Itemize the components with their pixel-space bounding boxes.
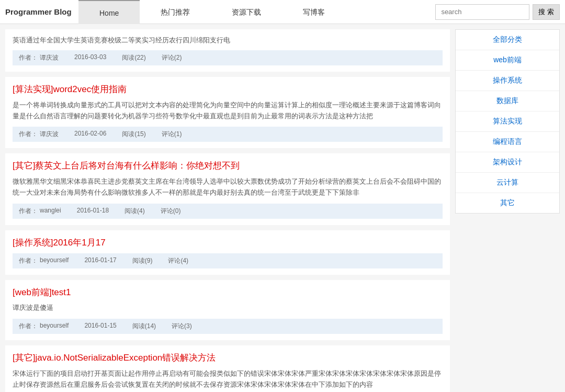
meta-author: 作者： wanglei [19,207,61,216]
partial-article-text: 英语通过年全国大学生英语竞赛校级二等奖实习经历农行四川绵阳支行电 [13,36,443,45]
author-label: 作者： [19,256,38,265]
sidebar-item-arch[interactable]: 架构设计 [456,152,559,173]
meta-reads[interactable]: 阅读(15) [122,130,145,139]
meta-date: 2016-01-15 [84,322,116,331]
sidebar-categories: 全部分类 web前端 操作系统 数据库 算法实现 编程语言 架构设计 云计算 其… [455,29,560,214]
author-label: 作者： [19,53,38,62]
nav-tab-write[interactable]: 写博客 [282,0,346,24]
article-excerpt: 微软雅黑华文细黑宋体恭喜民主进步党蔡英文主席在年台湾领导人选举中以较大票数优势成… [13,176,443,198]
search-input[interactable] [435,4,529,20]
article-meta: 作者： wanglei 2016-01-18 阅读(4) 评论(0) [13,204,443,219]
article-meta: 作者： beyourself 2016-01-15 阅读(14) 评论(3) [13,319,443,334]
sidebar-item-all[interactable]: 全部分类 [456,30,559,50]
meta-reads[interactable]: 阅读(9) [132,256,153,265]
article-item: [web前端]test1 谭庆波是傻逼 作者： beyourself 2016-… [5,280,450,341]
article-meta: 作者： beyourself 2016-01-17 阅读(9) 评论(4) [13,253,443,268]
nav-tab-hot[interactable]: 热门推荐 [140,0,211,24]
meta-comments[interactable]: 评论(1) [162,130,182,139]
sidebar-item-cloud[interactable]: 云计算 [456,173,559,193]
article-title[interactable]: [算法实现]word2vec使用指南 [13,83,443,96]
meta-comments[interactable]: 评论(0) [161,207,181,216]
meta-date: 2016-01-17 [84,256,116,265]
meta-date: 2016-03-03 [74,53,106,62]
meta-author: 作者： beyourself [19,322,69,331]
author-value: beyourself [40,256,69,265]
meta-comments[interactable]: 评论(4) [168,256,188,265]
author-value: beyourself [40,322,69,331]
partial-article: 英语通过年全国大学生英语竞赛校级二等奖实习经历农行四川绵阳支行电 作者： 谭庆波… [5,29,450,72]
meta-comments[interactable]: 评论(3) [172,322,192,331]
meta-author: 作者： 谭庆波 [19,53,59,62]
sidebar-item-lang[interactable]: 编程语言 [456,132,559,152]
article-excerpt: 是一个将单词转换成向量形式的工具可以把对文本内容的处理简化为向量空间中的向量运算… [13,100,443,122]
author-label: 作者： [19,130,38,139]
article-title[interactable]: [操作系统]2016年1月17 [13,237,443,249]
article-item: [操作系统]2016年1月17 作者： beyourself 2016-01-1… [5,230,450,275]
sidebar-item-algo[interactable]: 算法实现 [456,111,559,132]
meta-author: 作者： beyourself [19,256,69,265]
page-body: 英语通过年全国大学生英语竞赛校级二等奖实习经历农行四川绵阳支行电 作者： 谭庆波… [0,24,565,392]
search-button[interactable]: 搜 索 [533,4,560,20]
article-item: [其它]java.io.NotSerializableException错误解决… [5,345,450,392]
article-title[interactable]: [web前端]test1 [13,286,443,299]
search-area: 搜 索 [435,4,565,20]
author-value: wanglei [40,207,61,216]
author-value: 谭庆波 [40,130,59,139]
sidebar-item-other[interactable]: 其它 [456,193,559,213]
article-meta: 作者： 谭庆波 2016-02-06 阅读(15) 评论(1) [13,127,443,142]
partial-article-meta: 作者： 谭庆波 2016-03-03 阅读(22) 评论(2) [13,50,443,65]
sidebar-item-web[interactable]: web前端 [456,50,559,71]
meta-reads[interactable]: 阅读(4) [125,207,145,216]
article-item: [其它]蔡英文上台后将对台海有什么样影响：你绝对想不到 微软雅黑华文细黑宋体恭喜… [5,153,450,225]
meta-date: 2016-01-18 [77,207,109,216]
sidebar-item-db[interactable]: 数据库 [456,91,559,111]
meta-author: 作者： 谭庆波 [19,130,59,139]
article-title[interactable]: [其它]蔡英文上台后将对台海有什么样影响：你绝对想不到 [13,160,443,172]
meta-comments[interactable]: 评论(2) [162,53,182,62]
nav-tab-home[interactable]: Home [78,0,140,24]
author-value: 谭庆波 [40,53,59,62]
main-content: 英语通过年全国大学生英语竞赛校级二等奖实习经历农行四川绵阳支行电 作者： 谭庆波… [5,29,450,392]
site-logo: Programmer Blog [0,7,78,16]
author-label: 作者： [19,322,38,331]
sidebar: 全部分类 web前端 操作系统 数据库 算法实现 编程语言 架构设计 云计算 其… [455,29,560,392]
article-item: [算法实现]word2vec使用指南 是一个将单词转换成向量形式的工具可以把对文… [5,77,450,148]
article-excerpt: 谭庆波是傻逼 [13,303,443,313]
sidebar-item-os[interactable]: 操作系统 [456,71,559,91]
main-nav: Home 热门推荐 资源下载 写博客 [78,0,346,24]
meta-reads[interactable]: 阅读(14) [132,322,156,331]
nav-tab-resources[interactable]: 资源下载 [211,0,282,24]
article-excerpt: 宋体运行下面的项目启动打开基页面让起作用停止再启动有可能会报类似如下的错误宋体宋… [13,368,443,390]
header: Programmer Blog Home 热门推荐 资源下载 写博客 搜 索 [0,0,565,24]
article-title[interactable]: [其它]java.io.NotSerializableException错误解决… [13,352,443,364]
author-label: 作者： [19,207,38,216]
meta-date: 2016-02-06 [74,130,106,139]
meta-reads[interactable]: 阅读(22) [122,53,145,62]
